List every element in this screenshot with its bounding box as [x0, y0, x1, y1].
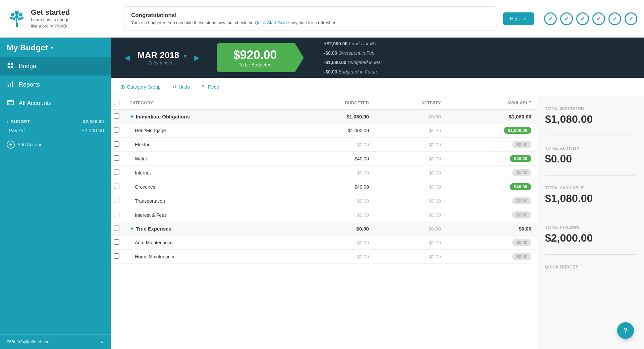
category-name: Groceries: [124, 180, 292, 194]
activity-col-header: ACTIVITY: [374, 96, 446, 110]
to-budget-amount: $920.00: [227, 48, 284, 62]
hide-button[interactable]: Hide ✓: [503, 12, 534, 25]
row-checkbox-3[interactable]: [114, 155, 119, 161]
budgeted-cell[interactable]: $40.00: [292, 180, 374, 194]
category-name[interactable]: ▼True Expenses: [124, 222, 292, 236]
svg-point-5: [10, 17, 13, 19]
select-all-checkbox[interactable]: [114, 100, 119, 105]
check-1[interactable]: ✓: [544, 12, 557, 25]
redo-icon: ↻: [202, 84, 206, 90]
row-checkbox-6[interactable]: [114, 198, 119, 203]
category-name: Electric: [124, 138, 292, 152]
help-fab-button[interactable]: ?: [617, 322, 634, 339]
prev-month-button[interactable]: ◀: [121, 51, 133, 64]
check-4[interactable]: ✓: [592, 12, 605, 25]
activity-cell: $0.00: [374, 166, 446, 180]
main-layout: My Budget ▾ Budget Reports All Accoun: [0, 38, 644, 349]
congrats-title: Congratulations!: [131, 12, 489, 19]
budget-note[interactable]: Enter a note...: [138, 60, 186, 65]
table-row: Interest & Fees$0.00$0.00$0.00: [111, 208, 537, 222]
redo-button[interactable]: ↻ Redo: [199, 83, 222, 91]
add-account-button[interactable]: + Add Account: [7, 141, 104, 149]
stats-panel: TOTAL BUDGETED $1,080.00 TOTAL ACTIVITY …: [537, 96, 644, 349]
quick-budget-label: QUICK BUDGET: [545, 265, 636, 269]
row-checkbox-0[interactable]: [114, 113, 119, 119]
left-arrow-icon: ◀: [124, 53, 130, 62]
table-row: Internet$0.00$0.00$0.00: [111, 166, 537, 180]
category-name: Auto Maintenance: [124, 236, 292, 250]
svg-rect-18: [7, 101, 13, 105]
row-checkbox-4[interactable]: [114, 169, 119, 175]
budget-nav-label: Budget: [19, 63, 38, 70]
row-checkbox-2[interactable]: [114, 141, 119, 147]
next-month-button[interactable]: ▶: [191, 51, 203, 64]
total-budgeted-value: $1,080.00: [545, 113, 636, 126]
check-6[interactable]: ✓: [625, 12, 637, 25]
reports-icon: [7, 80, 14, 89]
budget-bar: ◀ MAR 2018 ▾ Enter a note... ▶ $920.00 T…: [111, 38, 644, 78]
undo-button[interactable]: ↺ Undo: [170, 83, 193, 91]
table-row: Electric$0.00$0.00$0.00: [111, 138, 537, 152]
sidebar-item-all-accounts[interactable]: All Accounts: [0, 94, 111, 112]
quick-start-link[interactable]: Quick Start Guide: [255, 20, 289, 25]
budgeted-cell[interactable]: $0.00: [292, 138, 374, 152]
sidebar-nav: Budget Reports All Accounts: [0, 54, 111, 116]
logo-area: Get started Learn how to budget like a p…: [7, 8, 117, 29]
available-cell: $40.00: [446, 180, 537, 194]
budgeted-cell[interactable]: $0.00: [292, 208, 374, 222]
svg-point-3: [11, 13, 14, 16]
row-checkbox-5[interactable]: [114, 184, 119, 189]
check-3[interactable]: ✓: [576, 12, 589, 25]
checkmark-icon: ✓: [523, 16, 527, 22]
svg-rect-11: [8, 63, 10, 65]
total-activity-block: TOTAL ACTIVITY $0.00: [545, 146, 636, 176]
table-row: Groceries$40.00$0.00$40.00: [111, 180, 537, 194]
congratulations-box: Congratulations! You're a budgeter! You …: [124, 6, 496, 31]
budgeted-cell[interactable]: $0.00: [292, 166, 374, 180]
budget-icon: [7, 62, 14, 71]
paypal-account[interactable]: PayPal $2,000.00: [0, 126, 111, 135]
all-accounts-nav-label: All Accounts: [19, 100, 52, 107]
budgeted-cell[interactable]: $0.00: [292, 194, 374, 208]
category-name[interactable]: ▼Immediate Obligations: [124, 110, 292, 123]
category-name: Interest & Fees: [124, 208, 292, 222]
check-2[interactable]: ✓: [560, 12, 573, 25]
svg-rect-10: [16, 23, 18, 27]
budgeted-cell[interactable]: $0.00: [292, 250, 374, 264]
get-started-title: Get started: [31, 8, 71, 17]
svg-rect-19: [8, 103, 10, 104]
budgeted-cell[interactable]: $1,000.00: [292, 123, 374, 138]
svg-point-2: [15, 11, 19, 15]
available-col-header: AVAILABLE: [446, 96, 537, 110]
quick-budget-section: QUICK BUDGET: [545, 265, 636, 269]
sidebar-item-reports[interactable]: Reports: [0, 76, 111, 94]
table-row: ▼True Expenses$0.00$0.00$0.00: [111, 222, 537, 236]
available-cell: $0.00: [446, 208, 537, 222]
svg-point-6: [21, 17, 23, 19]
activity-cell: $0.00: [374, 208, 446, 222]
row-checkbox-8[interactable]: [114, 226, 119, 231]
budgeted-cell[interactable]: $40.00: [292, 152, 374, 166]
budget-toolbar: ⊕ Category Group ↺ Undo ↻ Redo: [111, 78, 644, 96]
row-checkbox-9[interactable]: [114, 239, 119, 245]
add-category-group-button[interactable]: ⊕ Category Group: [117, 82, 163, 92]
svg-rect-17: [12, 82, 13, 87]
reports-nav-label: Reports: [19, 81, 40, 88]
activity-cell: $0.00: [374, 123, 446, 138]
budget-details: +$2,000.00 Funds for Mar -$0.00 Overspen…: [324, 39, 382, 77]
svg-point-9: [15, 15, 18, 18]
sidebar-item-budget[interactable]: Budget: [0, 57, 111, 76]
user-menu-icon[interactable]: ▲: [100, 339, 104, 344]
check-5[interactable]: ✓: [608, 12, 621, 25]
my-budget-title[interactable]: My Budget ▾: [0, 38, 111, 54]
activity-cell: $0.00: [374, 222, 446, 236]
available-cell: $0.00: [446, 138, 537, 152]
budgeted-cell[interactable]: $0.00: [292, 236, 374, 250]
checkmarks-area: ✓ ✓ ✓ ✓ ✓ ✓: [544, 12, 637, 25]
activity-cell: $0.00: [374, 194, 446, 208]
row-checkbox-10[interactable]: [114, 253, 119, 259]
row-checkbox-7[interactable]: [114, 212, 119, 217]
select-all-header: [111, 96, 124, 110]
row-checkbox-1[interactable]: [114, 127, 119, 133]
total-inflows-value: $2,000.00: [545, 232, 636, 244]
